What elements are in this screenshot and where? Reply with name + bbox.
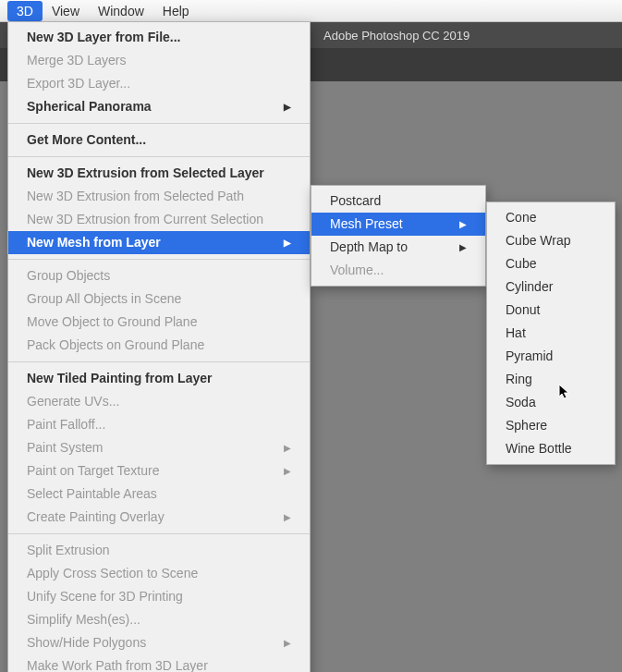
menu-item-label: Spherical Panorama bbox=[27, 98, 152, 116]
menu-item: Split Extrusion bbox=[8, 539, 310, 562]
menu-item-label: Move Object to Ground Plane bbox=[27, 313, 197, 331]
app-title: Adobe Photoshop CC 2019 bbox=[323, 29, 470, 43]
menu-separator bbox=[8, 259, 310, 260]
menu-item-label: Pack Objects on Ground Plane bbox=[27, 336, 204, 354]
menubar-item-3d[interactable]: 3D bbox=[7, 1, 43, 21]
menu-item: Generate UVs... bbox=[8, 390, 310, 413]
menu-item-label: Group All Objects in Scene bbox=[27, 290, 181, 308]
menu-item: Apply Cross Section to Scene bbox=[8, 562, 310, 585]
menu-item[interactable]: New Tiled Painting from Layer bbox=[8, 367, 310, 390]
preset-item-label: Donut bbox=[506, 301, 540, 319]
menu-item: New 3D Extrusion from Selected Path bbox=[8, 185, 310, 208]
submenu-item-label: Depth Map to bbox=[330, 238, 408, 256]
menu-item: Simplify Mesh(es)... bbox=[8, 608, 310, 631]
menu-item-label: New 3D Extrusion from Selected Path bbox=[27, 188, 244, 205]
preset-item-label: Pyramid bbox=[506, 348, 553, 365]
preset-item-label: Cube Wrap bbox=[506, 232, 571, 250]
submenu-arrow-icon: ▶ bbox=[441, 215, 467, 233]
menu-item[interactable]: Get More Content... bbox=[8, 128, 310, 152]
submenu-arrow-icon: ▶ bbox=[265, 98, 291, 116]
menu-item-label: Export 3D Layer... bbox=[27, 75, 130, 92]
menu-item[interactable]: New Mesh from Layer▶ bbox=[8, 231, 310, 254]
preset-item-label: Soda bbox=[506, 394, 536, 411]
menu-item[interactable]: New 3D Layer from File... bbox=[8, 26, 310, 49]
menu-item-label: Get More Content... bbox=[27, 131, 146, 149]
mesh-preset-submenu: ConeCube WrapCubeCylinderDonutHatPyramid… bbox=[486, 202, 616, 465]
menubar-item-window[interactable]: Window bbox=[89, 1, 153, 21]
menu-item-label: Create Painting Overlay bbox=[27, 508, 165, 526]
submenu-arrow-icon: ▶ bbox=[265, 462, 291, 480]
menu-item-label: Unify Scene for 3D Printing bbox=[27, 588, 183, 605]
menu-item-label: Split Extrusion bbox=[27, 542, 109, 559]
3d-menu-dropdown: New 3D Layer from File...Merge 3D Layers… bbox=[7, 22, 311, 672]
submenu-item[interactable]: Mesh Preset▶ bbox=[311, 213, 485, 236]
menu-item: Merge 3D Layers bbox=[8, 49, 310, 72]
menu-item: Export 3D Layer... bbox=[8, 72, 310, 95]
menu-item-label: Show/Hide Polygons bbox=[27, 634, 146, 652]
menu-item: Show/Hide Polygons▶ bbox=[8, 631, 310, 654]
submenu-arrow-icon: ▶ bbox=[441, 238, 467, 256]
submenu-item[interactable]: Depth Map to▶ bbox=[311, 236, 485, 259]
preset-item-label: Cylinder bbox=[506, 278, 553, 296]
menu-item-label: Paint Falloff... bbox=[27, 416, 105, 434]
menu-item: Paint Falloff... bbox=[8, 413, 310, 436]
menu-separator bbox=[8, 361, 310, 362]
preset-item-label: Cube bbox=[506, 255, 536, 273]
menu-item[interactable]: New 3D Extrusion from Selected Layer bbox=[8, 162, 310, 185]
preset-item[interactable]: Cube Wrap bbox=[487, 229, 615, 252]
menu-item-label: Simplify Mesh(es)... bbox=[27, 611, 140, 629]
preset-item-label: Cone bbox=[506, 209, 536, 226]
menu-item: Paint on Target Texture▶ bbox=[8, 459, 310, 483]
menu-item-label: New 3D Extrusion from Selected Layer bbox=[27, 165, 264, 182]
menubar-item-view[interactable]: View bbox=[43, 1, 89, 21]
preset-item[interactable]: Pyramid bbox=[487, 345, 615, 368]
menu-separator bbox=[8, 123, 310, 124]
preset-item[interactable]: Sphere bbox=[487, 414, 615, 437]
menu-item-label: Paint on Target Texture bbox=[27, 462, 159, 480]
menubar-item-help[interactable]: Help bbox=[153, 1, 199, 21]
submenu-arrow-icon: ▶ bbox=[265, 234, 291, 251]
menu-item: Make Work Path from 3D Layer bbox=[8, 654, 310, 672]
menu-item-label: Merge 3D Layers bbox=[27, 52, 126, 69]
menu-separator bbox=[8, 156, 310, 157]
menu-item: Pack Objects on Ground Plane bbox=[8, 334, 310, 357]
preset-item-label: Hat bbox=[506, 324, 526, 342]
menu-separator bbox=[8, 533, 310, 534]
menu-item-label: Paint System bbox=[27, 439, 103, 457]
submenu-item: Volume... bbox=[311, 259, 485, 282]
menu-item: Group Objects bbox=[8, 264, 310, 287]
submenu-item-label: Mesh Preset bbox=[330, 215, 403, 233]
preset-item[interactable]: Donut bbox=[487, 299, 615, 322]
preset-item-label: Ring bbox=[506, 371, 532, 388]
menu-item-label: Select Paintable Areas bbox=[27, 485, 157, 503]
new-mesh-submenu: PostcardMesh Preset▶Depth Map to▶Volume.… bbox=[311, 185, 486, 287]
menu-item: New 3D Extrusion from Current Selection bbox=[8, 208, 310, 231]
submenu-arrow-icon: ▶ bbox=[265, 634, 291, 652]
preset-item[interactable]: Cylinder bbox=[487, 275, 615, 299]
preset-item-label: Sphere bbox=[506, 417, 547, 434]
menubar: 3D View Window Help bbox=[0, 0, 622, 22]
menu-item-label: New 3D Layer from File... bbox=[27, 29, 181, 46]
menu-item: Select Paintable Areas bbox=[8, 483, 310, 506]
preset-item[interactable]: Ring bbox=[487, 368, 615, 391]
preset-item-label: Wine Bottle bbox=[506, 440, 572, 458]
menu-item: Move Object to Ground Plane bbox=[8, 311, 310, 334]
menu-item: Paint System▶ bbox=[8, 436, 310, 459]
submenu-item-label: Volume... bbox=[330, 262, 384, 279]
menu-item[interactable]: Spherical Panorama▶ bbox=[8, 95, 310, 118]
submenu-arrow-icon: ▶ bbox=[265, 508, 291, 526]
menu-item-label: Group Objects bbox=[27, 267, 110, 285]
menu-item: Unify Scene for 3D Printing bbox=[8, 585, 310, 608]
preset-item[interactable]: Cone bbox=[487, 206, 615, 229]
preset-item[interactable]: Wine Bottle bbox=[487, 437, 615, 460]
menu-item-label: Apply Cross Section to Scene bbox=[27, 565, 198, 582]
submenu-item[interactable]: Postcard bbox=[311, 189, 485, 213]
menu-item-label: New 3D Extrusion from Current Selection bbox=[27, 211, 263, 228]
submenu-item-label: Postcard bbox=[330, 192, 381, 210]
preset-item[interactable]: Cube bbox=[487, 252, 615, 275]
submenu-arrow-icon: ▶ bbox=[265, 439, 291, 457]
preset-item[interactable]: Soda bbox=[487, 391, 615, 414]
menu-item-label: New Tiled Painting from Layer bbox=[27, 370, 212, 387]
preset-item[interactable]: Hat bbox=[487, 322, 615, 345]
menu-item: Create Painting Overlay▶ bbox=[8, 506, 310, 529]
